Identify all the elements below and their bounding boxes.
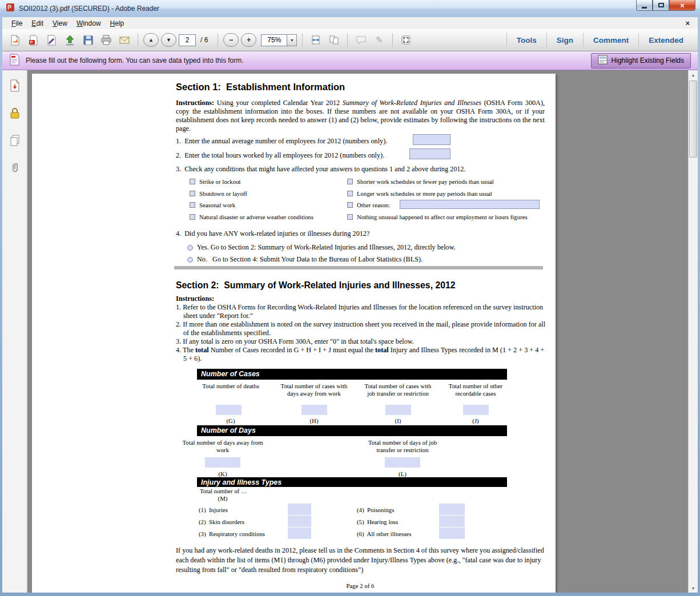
close-button[interactable]: × <box>669 0 695 11</box>
comment-balloon-button[interactable] <box>353 32 369 48</box>
toolbar: ▲ ▼ / 6 − + ▼ ✎ Tools <box>2 29 698 51</box>
menu-help[interactable]: Help <box>106 18 129 29</box>
next-page-button[interactable]: ▼ <box>161 33 176 47</box>
single-page-button[interactable] <box>326 32 342 48</box>
condition-checkbox[interactable] <box>347 191 353 196</box>
toolbar-separator <box>347 33 348 47</box>
print-button[interactable] <box>98 32 114 48</box>
field-m2[interactable] <box>288 516 311 527</box>
scroll-thumb[interactable] <box>689 80 697 158</box>
page-up-icon: ▲ <box>148 37 154 43</box>
export-pdf-panel-button[interactable] <box>7 78 22 93</box>
radio-no-label: No. Go to Section 4: Submit Your Data to… <box>197 255 423 264</box>
field-g[interactable] <box>216 405 242 415</box>
menu-edit[interactable]: Edit <box>27 18 48 29</box>
field-l[interactable] <box>385 457 420 468</box>
maximize-button[interactable] <box>653 0 669 11</box>
section2-instruction-3: 3. If any total is zero on your OSHA For… <box>176 337 546 346</box>
field-j[interactable] <box>463 405 489 415</box>
open-button[interactable] <box>7 32 23 48</box>
menubar-close-icon[interactable]: × <box>682 19 693 27</box>
question1-field[interactable] <box>413 134 450 145</box>
menu-file[interactable]: File <box>7 18 27 29</box>
condition-row: Strike or lockout <box>190 178 241 185</box>
save-button[interactable] <box>80 32 96 48</box>
section1-instructions: Instructions: Using your completed Calen… <box>176 99 545 133</box>
condition-checkbox[interactable] <box>190 179 195 184</box>
form-notification-bar: Please fill out the following form. You … <box>2 51 698 70</box>
answer-row: No. Go to Section 4: Submit Your Data to… <box>187 255 423 264</box>
highlight-fields-button[interactable]: Highlight Existing Fields <box>591 53 691 69</box>
radio-no[interactable] <box>187 257 193 263</box>
field-m3[interactable] <box>288 527 311 539</box>
section2-instruction-2: 2. If more than one establishment is not… <box>176 320 546 337</box>
section-divider <box>174 266 543 269</box>
titlebar[interactable]: SOII2012 (3).pdf (SECURED) - Adobe Reade… <box>0 0 700 17</box>
scrolling-mode-button[interactable] <box>308 32 324 48</box>
email-button[interactable] <box>116 32 132 48</box>
comment-link[interactable]: Comment <box>584 36 638 45</box>
field-k[interactable] <box>205 457 240 468</box>
create-pdf-button[interactable] <box>25 32 41 48</box>
adobe-reader-app-icon <box>6 3 15 14</box>
minimize-button[interactable] <box>636 0 653 11</box>
condition-checkbox[interactable] <box>347 202 353 208</box>
number-of-cases-header: Number of Cases <box>197 369 507 380</box>
condition-checkbox[interactable] <box>347 214 353 220</box>
question2-field[interactable] <box>409 148 450 159</box>
field-m5[interactable] <box>439 516 465 527</box>
fullscreen-button[interactable] <box>398 32 414 48</box>
other-reason-field[interactable] <box>400 200 540 209</box>
pages-panel-button[interactable] <box>7 133 22 148</box>
condition-checkbox[interactable] <box>190 202 195 208</box>
field-m1[interactable] <box>288 504 311 515</box>
condition-row: Longer work schedules or more pay period… <box>347 190 492 197</box>
tools-link[interactable]: Tools <box>507 36 546 45</box>
radio-yes[interactable] <box>187 245 193 251</box>
scroll-up-icon: ▲ <box>691 73 695 77</box>
answer-row: Yes. Go to Section 2: Summary of Work-Re… <box>187 243 456 252</box>
field-letter: (G) <box>195 417 266 425</box>
field-h[interactable] <box>301 405 327 415</box>
page-down-icon: ▼ <box>166 37 171 43</box>
previous-page-button[interactable]: ▲ <box>143 33 159 47</box>
zoom-in-button[interactable]: + <box>241 33 256 47</box>
zoom-in-icon: + <box>247 36 251 44</box>
condition-checkbox[interactable] <box>190 191 195 196</box>
scrollbar[interactable]: ▲ ▼ <box>688 70 698 593</box>
dropdown-icon: ▼ <box>290 38 294 42</box>
toolbar-separator <box>138 33 138 47</box>
menu-view[interactable]: View <box>48 18 72 29</box>
toolbar-separator <box>302 33 303 47</box>
toolbar-separator <box>218 33 218 47</box>
share-upload-button[interactable] <box>62 32 78 48</box>
field-i[interactable] <box>385 405 411 415</box>
condition-row: Other reason: <box>347 202 390 208</box>
zoom-out-button[interactable]: − <box>223 33 239 47</box>
condition-checkbox[interactable] <box>347 179 353 184</box>
maximize-icon <box>658 3 664 7</box>
sign-link[interactable]: Sign <box>547 36 583 45</box>
extended-link[interactable]: Extended <box>639 36 693 45</box>
document-canvas: Section 1: Establishment Information Ins… <box>27 70 688 593</box>
security-panel-button[interactable] <box>7 106 22 120</box>
radio-yes-label: Yes. Go to Section 2: Summary of Work-Re… <box>197 243 456 252</box>
field-m4[interactable] <box>439 504 465 515</box>
scroll-up-button[interactable]: ▲ <box>689 70 698 79</box>
print-icon <box>100 34 112 46</box>
menu-window[interactable]: Window <box>72 18 106 29</box>
fill-sign-button[interactable] <box>43 32 59 48</box>
days-col-label: Total number of days of job transfer or … <box>360 439 445 454</box>
page-number-input[interactable] <box>179 34 196 46</box>
zoom-dropdown-button[interactable]: ▼ <box>287 34 297 46</box>
minimize-icon <box>642 7 647 9</box>
condition-checkbox[interactable] <box>190 214 195 220</box>
type-label-2: (2) Skin disorders <box>199 518 244 525</box>
zoom-level-input[interactable] <box>261 34 287 46</box>
pages-icon <box>9 134 21 147</box>
markup-pencil-button[interactable]: ✎ <box>371 32 387 48</box>
scroll-down-button[interactable]: ▼ <box>689 583 698 593</box>
attachments-panel-button[interactable] <box>7 160 22 175</box>
field-m6[interactable] <box>439 527 465 539</box>
condition-label: Shorter work schedules or fewer pay peri… <box>357 178 494 185</box>
